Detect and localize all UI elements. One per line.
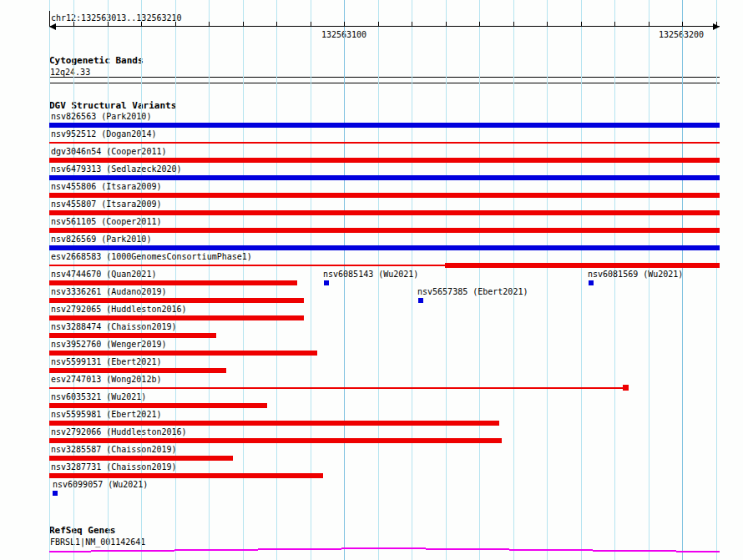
variant-bar[interactable] bbox=[49, 280, 297, 285]
variant-bar[interactable] bbox=[49, 175, 720, 180]
gene-line-segment[interactable] bbox=[341, 547, 426, 549]
ruler-tick bbox=[378, 22, 379, 26]
region-coordinates-label: chr12:132563013..132563210 bbox=[51, 13, 182, 23]
variant-label[interactable]: nsv561105 (Cooper2011) bbox=[51, 217, 161, 226]
variant-bar[interactable] bbox=[49, 351, 317, 356]
ruler-tick bbox=[209, 22, 210, 26]
ruler-tick bbox=[412, 22, 412, 26]
variant-label[interactable]: dgv3046n54 (Cooper2011) bbox=[51, 147, 166, 156]
variant-label[interactable]: nsv4744670 (Quan2021) bbox=[51, 270, 156, 279]
variant-bar[interactable] bbox=[49, 315, 304, 320]
variant-label[interactable]: nsv2792065 (Huddleston2016) bbox=[51, 305, 187, 314]
ruler-tick bbox=[175, 22, 176, 26]
refseq-track-title: RefSeq Genes bbox=[49, 526, 115, 536]
variant-label[interactable]: nsv3287731 (Chaisson2019) bbox=[51, 462, 177, 472]
variant-label[interactable]: nsv6085143 (Wu2021) bbox=[323, 270, 418, 279]
gridline bbox=[446, 0, 447, 560]
variant-bar[interactable] bbox=[49, 403, 267, 408]
variant-bar[interactable] bbox=[49, 368, 226, 373]
variant-label[interactable]: nsv826563 (Park2010) bbox=[51, 112, 151, 121]
ruler-tick bbox=[614, 22, 615, 26]
genome-browser-canvas: chr12:132563013..132563210 132563100 132… bbox=[0, 0, 743, 560]
gene-line-segment[interactable] bbox=[258, 548, 341, 550]
ruler-tick bbox=[716, 22, 717, 26]
gridline bbox=[614, 0, 615, 560]
variant-label[interactable]: nsv3285587 (Chaisson2019) bbox=[51, 445, 177, 454]
variant-point-marker[interactable] bbox=[589, 280, 594, 285]
variant-bar[interactable] bbox=[49, 193, 720, 198]
refseq-gene-name: FBRSL1|NM_001142641 bbox=[50, 537, 145, 547]
variant-bar[interactable] bbox=[49, 456, 233, 461]
variant-label[interactable]: nsv2792066 (Huddleston2016) bbox=[51, 427, 187, 436]
variant-label[interactable]: nsv5657385 (Ebert2021) bbox=[417, 287, 528, 296]
variant-point-marker[interactable] bbox=[53, 491, 58, 496]
variant-label[interactable]: nsv5599131 (Ebert2021) bbox=[51, 357, 161, 366]
variant-bar[interactable] bbox=[49, 473, 323, 478]
variant-label[interactable]: nsv826569 (Park2010) bbox=[51, 235, 151, 244]
variant-point-marker[interactable] bbox=[418, 298, 423, 303]
variant-label[interactable]: nsv455807 (Itsara2009) bbox=[51, 199, 161, 209]
gridline bbox=[649, 0, 649, 560]
ruler-tick bbox=[649, 22, 649, 26]
ruler-tick bbox=[141, 22, 142, 26]
variant-label[interactable]: nsv5595981 (Ebert2021) bbox=[51, 410, 161, 419]
cytogenetic-bands-title: Cytogenetic Bands bbox=[49, 56, 144, 66]
gene-line-segment[interactable] bbox=[509, 549, 593, 551]
variant-bar[interactable] bbox=[49, 228, 720, 233]
dgv-track-title: DGV Structural Variants bbox=[49, 101, 176, 111]
variant-bar[interactable] bbox=[49, 158, 720, 163]
ruler-arrow-left-icon bbox=[49, 23, 56, 30]
variant-bar[interactable] bbox=[49, 438, 502, 443]
variant-bar[interactable] bbox=[49, 333, 216, 338]
variant-label[interactable]: esv2747013 (Wong2012b) bbox=[51, 375, 161, 384]
ruler-tick bbox=[243, 22, 244, 26]
gene-line-segment[interactable] bbox=[426, 548, 509, 550]
variant-thin-line[interactable] bbox=[49, 265, 445, 266]
ruler-tick bbox=[581, 22, 582, 26]
ruler-tick bbox=[344, 22, 345, 26]
variant-label[interactable]: nsv6035321 (Wu2021) bbox=[51, 392, 146, 401]
ruler-tick bbox=[311, 22, 311, 26]
gene-line-segment[interactable] bbox=[676, 551, 720, 552]
gridline bbox=[479, 0, 480, 560]
variant-label[interactable]: nsv952512 (Dogan2014) bbox=[51, 129, 156, 139]
variant-thin-line[interactable] bbox=[49, 387, 623, 389]
gridline bbox=[547, 0, 548, 560]
variant-label[interactable]: nsv3336261 (Audano2019) bbox=[51, 287, 166, 296]
variant-label[interactable]: nsv3952760 (Wenger2019) bbox=[51, 340, 166, 349]
variant-bar[interactable] bbox=[445, 263, 720, 268]
gene-line-segment[interactable] bbox=[91, 550, 174, 552]
variant-bar[interactable] bbox=[49, 210, 720, 215]
variant-thin-line[interactable] bbox=[49, 142, 720, 144]
cytoband-glyph bbox=[49, 77, 720, 83]
cytoband-name: 12q24.33 bbox=[50, 68, 90, 77]
gene-line-segment[interactable] bbox=[49, 551, 91, 552]
ruler-start-tick bbox=[49, 11, 50, 27]
variant-label[interactable]: nsv3288474 (Chaisson2019) bbox=[51, 322, 177, 331]
variant-label[interactable]: nsv455806 (Itsara2009) bbox=[51, 182, 161, 191]
ruler-tick bbox=[276, 22, 277, 26]
variant-bar[interactable] bbox=[49, 245, 720, 250]
gridline bbox=[513, 0, 514, 560]
ruler-tick bbox=[547, 22, 548, 26]
variant-end-box[interactable] bbox=[623, 385, 629, 391]
ruler-tick bbox=[446, 22, 447, 26]
gridline-major bbox=[682, 0, 683, 560]
variant-label[interactable]: esv2668583 (1000GenomesConsortiumPhase1) bbox=[51, 252, 252, 261]
variant-bar[interactable] bbox=[49, 123, 720, 128]
variant-bar[interactable] bbox=[49, 298, 304, 303]
variant-label[interactable]: nsv6479313 (Sedlazeck2020) bbox=[51, 164, 182, 174]
gene-line-segment[interactable] bbox=[593, 550, 676, 552]
ruler-tick bbox=[73, 22, 74, 26]
variant-bar[interactable] bbox=[49, 421, 499, 426]
variant-point-marker[interactable] bbox=[324, 280, 329, 285]
gridline bbox=[412, 0, 412, 560]
ruler-tick-label-200: 132563200 bbox=[659, 30, 704, 39]
ruler-tick bbox=[108, 22, 109, 26]
variant-label[interactable]: nsv6081569 (Wu2021) bbox=[588, 270, 683, 279]
ruler-tick bbox=[479, 22, 480, 26]
variant-label[interactable]: nsv6099057 (Wu2021) bbox=[53, 480, 148, 489]
gridline-major bbox=[344, 0, 345, 560]
gene-line-segment[interactable] bbox=[174, 549, 258, 551]
gridline bbox=[378, 0, 379, 560]
